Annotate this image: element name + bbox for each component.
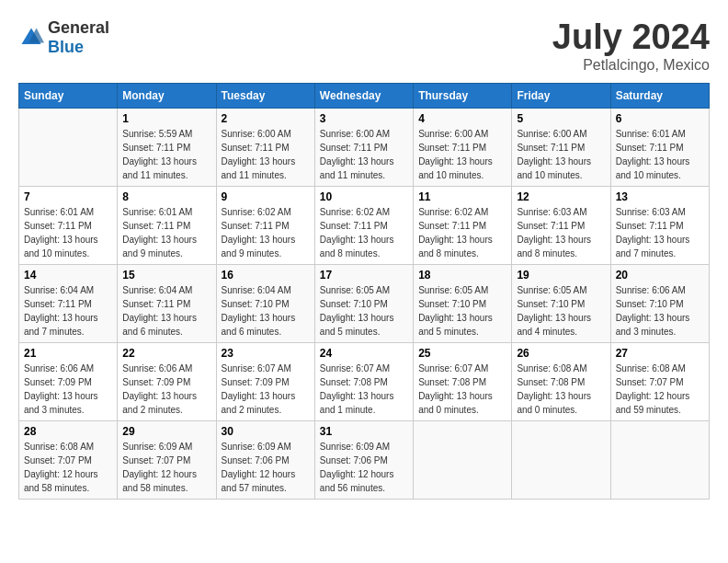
day-number: 2 (222, 112, 310, 125)
day-info: Sunrise: 5:59 AM Sunset: 7:11 PM Dayligh… (122, 127, 210, 182)
calendar-table: SundayMondayTuesdayWednesdayThursdayFrid… (18, 83, 710, 500)
day-number: 6 (616, 112, 704, 125)
day-number: 11 (418, 190, 506, 203)
day-info: Sunrise: 6:08 AM Sunset: 7:07 PM Dayligh… (616, 362, 704, 417)
calendar-week-row: 1Sunrise: 5:59 AM Sunset: 7:11 PM Daylig… (19, 108, 710, 186)
calendar-cell: 13Sunrise: 6:03 AM Sunset: 7:11 PM Dayli… (610, 186, 709, 264)
day-info: Sunrise: 6:07 AM Sunset: 7:08 PM Dayligh… (320, 362, 408, 417)
day-info: Sunrise: 6:02 AM Sunset: 7:11 PM Dayligh… (320, 205, 408, 260)
day-info: Sunrise: 6:00 AM Sunset: 7:11 PM Dayligh… (418, 127, 506, 182)
calendar-cell: 19Sunrise: 6:05 AM Sunset: 7:10 PM Dayli… (512, 264, 610, 342)
calendar-cell (414, 420, 512, 499)
calendar-cell: 20Sunrise: 6:06 AM Sunset: 7:10 PM Dayli… (610, 264, 709, 342)
calendar-cell: 9Sunrise: 6:02 AM Sunset: 7:11 PM Daylig… (216, 186, 314, 264)
day-number: 8 (122, 190, 210, 203)
calendar-cell: 16Sunrise: 6:04 AM Sunset: 7:10 PM Dayli… (216, 264, 314, 342)
day-info: Sunrise: 6:07 AM Sunset: 7:08 PM Dayligh… (418, 362, 506, 417)
calendar-cell: 26Sunrise: 6:08 AM Sunset: 7:08 PM Dayli… (512, 342, 610, 420)
calendar-cell: 8Sunrise: 6:01 AM Sunset: 7:11 PM Daylig… (118, 186, 216, 264)
calendar-cell: 12Sunrise: 6:03 AM Sunset: 7:11 PM Dayli… (512, 186, 610, 264)
calendar-week-row: 21Sunrise: 6:06 AM Sunset: 7:09 PM Dayli… (19, 342, 710, 420)
day-number: 15 (122, 269, 210, 282)
month-title: July 2024 (552, 18, 710, 57)
location-title: Petlalcingo, Mexico (552, 57, 710, 74)
calendar-cell (19, 108, 118, 186)
calendar-week-row: 28Sunrise: 6:08 AM Sunset: 7:07 PM Dayli… (19, 420, 710, 499)
calendar-cell: 2Sunrise: 6:00 AM Sunset: 7:11 PM Daylig… (216, 108, 314, 186)
day-header: Monday (118, 83, 216, 108)
day-info: Sunrise: 6:02 AM Sunset: 7:11 PM Dayligh… (418, 205, 506, 260)
day-info: Sunrise: 6:03 AM Sunset: 7:11 PM Dayligh… (616, 205, 704, 260)
day-number: 13 (616, 190, 704, 203)
calendar-cell: 18Sunrise: 6:05 AM Sunset: 7:10 PM Dayli… (414, 264, 512, 342)
day-number: 20 (616, 269, 704, 282)
day-number: 17 (320, 269, 408, 282)
calendar-cell: 29Sunrise: 6:09 AM Sunset: 7:07 PM Dayli… (118, 420, 216, 499)
day-number: 23 (222, 347, 310, 360)
calendar-cell: 25Sunrise: 6:07 AM Sunset: 7:08 PM Dayli… (414, 342, 512, 420)
calendar-cell: 21Sunrise: 6:06 AM Sunset: 7:09 PM Dayli… (19, 342, 118, 420)
calendar-cell: 23Sunrise: 6:07 AM Sunset: 7:09 PM Dayli… (216, 342, 314, 420)
logo-general: General (48, 18, 109, 37)
day-number: 27 (616, 347, 704, 360)
day-info: Sunrise: 6:04 AM Sunset: 7:11 PM Dayligh… (122, 283, 210, 339)
day-number: 31 (320, 425, 408, 438)
calendar-week-row: 14Sunrise: 6:04 AM Sunset: 7:11 PM Dayli… (19, 264, 710, 342)
day-number: 18 (418, 269, 506, 282)
day-info: Sunrise: 6:08 AM Sunset: 7:08 PM Dayligh… (517, 362, 605, 417)
day-number: 9 (222, 190, 310, 203)
day-header: Friday (512, 83, 610, 108)
day-number: 10 (320, 190, 408, 203)
calendar-cell: 11Sunrise: 6:02 AM Sunset: 7:11 PM Dayli… (414, 186, 512, 264)
day-number: 24 (320, 347, 408, 360)
day-info: Sunrise: 6:03 AM Sunset: 7:11 PM Dayligh… (517, 205, 605, 260)
day-info: Sunrise: 6:06 AM Sunset: 7:09 PM Dayligh… (122, 362, 210, 417)
calendar-cell: 31Sunrise: 6:09 AM Sunset: 7:06 PM Dayli… (314, 420, 413, 499)
day-info: Sunrise: 6:00 AM Sunset: 7:11 PM Dayligh… (320, 127, 408, 182)
calendar-cell: 17Sunrise: 6:05 AM Sunset: 7:10 PM Dayli… (314, 264, 413, 342)
day-number: 22 (122, 347, 210, 360)
calendar-cell (610, 420, 709, 499)
day-header: Saturday (610, 83, 709, 108)
day-info: Sunrise: 6:01 AM Sunset: 7:11 PM Dayligh… (122, 205, 210, 260)
day-number: 29 (122, 425, 210, 438)
day-info: Sunrise: 6:04 AM Sunset: 7:10 PM Dayligh… (222, 283, 310, 339)
calendar-cell: 14Sunrise: 6:04 AM Sunset: 7:11 PM Dayli… (19, 264, 118, 342)
day-number: 16 (222, 269, 310, 282)
day-info: Sunrise: 6:05 AM Sunset: 7:10 PM Dayligh… (517, 283, 605, 339)
day-info: Sunrise: 6:01 AM Sunset: 7:11 PM Dayligh… (616, 127, 704, 182)
calendar-cell: 5Sunrise: 6:00 AM Sunset: 7:11 PM Daylig… (512, 108, 610, 186)
day-info: Sunrise: 6:09 AM Sunset: 7:07 PM Dayligh… (122, 440, 210, 495)
day-number: 26 (517, 347, 605, 360)
day-number: 30 (222, 425, 310, 438)
day-number: 4 (418, 112, 506, 125)
calendar-cell: 7Sunrise: 6:01 AM Sunset: 7:11 PM Daylig… (19, 186, 118, 264)
day-number: 3 (320, 112, 408, 125)
day-info: Sunrise: 6:05 AM Sunset: 7:10 PM Dayligh… (418, 283, 506, 339)
day-number: 14 (24, 269, 112, 282)
day-info: Sunrise: 6:04 AM Sunset: 7:11 PM Dayligh… (24, 283, 112, 339)
day-info: Sunrise: 6:05 AM Sunset: 7:10 PM Dayligh… (320, 283, 408, 339)
day-number: 1 (122, 112, 210, 125)
day-info: Sunrise: 6:09 AM Sunset: 7:06 PM Dayligh… (222, 440, 310, 495)
calendar-cell (512, 420, 610, 499)
logo-icon (18, 25, 44, 51)
day-info: Sunrise: 6:08 AM Sunset: 7:07 PM Dayligh… (24, 440, 112, 495)
day-number: 19 (517, 269, 605, 282)
day-info: Sunrise: 6:06 AM Sunset: 7:09 PM Dayligh… (24, 362, 112, 417)
calendar-cell: 28Sunrise: 6:08 AM Sunset: 7:07 PM Dayli… (19, 420, 118, 499)
calendar-cell: 10Sunrise: 6:02 AM Sunset: 7:11 PM Dayli… (314, 186, 413, 264)
calendar-cell: 27Sunrise: 6:08 AM Sunset: 7:07 PM Dayli… (610, 342, 709, 420)
day-info: Sunrise: 6:07 AM Sunset: 7:09 PM Dayligh… (222, 362, 310, 417)
page-header: General Blue July 2024 Petlalcingo, Mexi… (18, 18, 710, 74)
calendar-cell: 1Sunrise: 5:59 AM Sunset: 7:11 PM Daylig… (118, 108, 216, 186)
logo-blue: Blue (48, 38, 84, 56)
day-header: Sunday (19, 83, 118, 108)
calendar-cell: 3Sunrise: 6:00 AM Sunset: 7:11 PM Daylig… (314, 108, 413, 186)
day-number: 28 (24, 425, 112, 438)
calendar-cell: 24Sunrise: 6:07 AM Sunset: 7:08 PM Dayli… (314, 342, 413, 420)
calendar-cell: 6Sunrise: 6:01 AM Sunset: 7:11 PM Daylig… (610, 108, 709, 186)
day-header: Wednesday (314, 83, 413, 108)
day-info: Sunrise: 6:00 AM Sunset: 7:11 PM Dayligh… (517, 127, 605, 182)
day-number: 7 (24, 190, 112, 203)
